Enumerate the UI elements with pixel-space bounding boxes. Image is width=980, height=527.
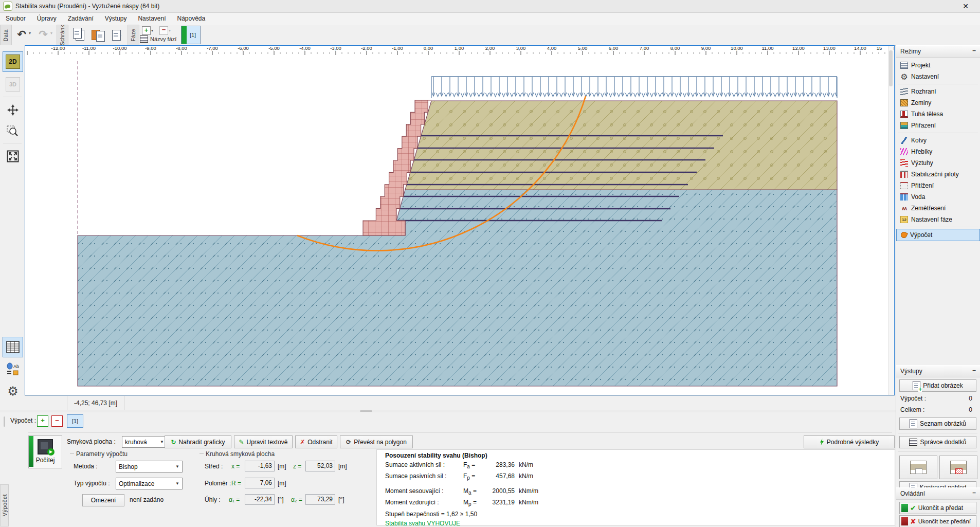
close-icon[interactable]: ✕ [958, 1, 973, 11]
z-value-field[interactable]: 52,03 [305, 461, 335, 471]
calculation-1-tab[interactable]: [1] [67, 414, 83, 428]
add-picture-button[interactable]: + Přidat obrázek [899, 379, 976, 392]
sidebar-item-hrebiky[interactable]: Hřebíky [896, 146, 980, 157]
detailed-results-button[interactable]: Podrobné výsledky [804, 435, 895, 448]
pan-button[interactable] [3, 100, 23, 120]
menu-item-1[interactable]: Soubor [0, 13, 31, 25]
frame-grip[interactable] [4, 416, 5, 427]
fit-view-button[interactable] [3, 146, 23, 167]
remove-calculation-button[interactable]: − [51, 415, 63, 427]
drawing-canvas[interactable]: -12,00-11,00-10,00-9,00-8,00-7,00-6,00-5… [25, 45, 895, 395]
sidebar-item-prirazeni[interactable]: Přiřazení [896, 120, 980, 131]
soil-layer-lower[interactable] [78, 190, 837, 386]
convert-to-polygon-button[interactable]: ⟳ Převést na polygon [340, 435, 413, 448]
menu-item-4[interactable]: Výstupy [99, 13, 133, 25]
undo-button[interactable]: ↶ [14, 27, 29, 42]
restrictions-button[interactable]: Omezení [82, 494, 124, 506]
calculate-button[interactable]: ▶ Počítej [28, 435, 62, 468]
remove-phase-button[interactable]: − [159, 26, 168, 35]
data-tab[interactable]: Data [0, 25, 12, 46]
z-symbol: z = [293, 463, 301, 470]
radius-value-field[interactable]: 7,06 [245, 478, 275, 488]
finish-without-submit-button[interactable]: ✘ Ukončit bez předání [899, 515, 976, 527]
sidebar-item-label: Kotvy [911, 137, 927, 144]
add-calculation-button[interactable]: + [37, 415, 48, 427]
sidebar-item-zemetreseni[interactable]: ʌʌZemětřesení [896, 203, 980, 214]
sidebar-item-kotvy[interactable]: Kotvy [896, 135, 980, 146]
phase-1-button[interactable]: [1] [181, 26, 201, 44]
annex-manager-button[interactable]: Správce dodatků [899, 436, 976, 448]
svg-text:-2,00: -2,00 [361, 46, 372, 51]
svg-text:-7,00: -7,00 [207, 46, 218, 51]
calculate-button-bar [29, 436, 33, 467]
sidebar-item-pritizeni[interactable]: Přitížení [896, 180, 980, 191]
zeminy-icon [900, 99, 908, 106]
view-3d-button[interactable]: 3D [3, 74, 23, 95]
redo-button[interactable]: ↷ [36, 27, 50, 42]
phase-tab-label[interactable]: Fáze [128, 25, 139, 46]
minimize-icon[interactable]: – [972, 489, 976, 496]
menu-item-5[interactable]: Nastavení [132, 13, 171, 25]
remove-phase-dropdown-icon[interactable]: ▾ [169, 28, 171, 33]
picture-list-button[interactable]: Seznam obrázků [899, 417, 976, 430]
sidebar-item-nastaveni[interactable]: ⚙Nastavení [896, 71, 980, 82]
copy-button[interactable] [72, 28, 87, 42]
vypocet-vertical-tab[interactable]: Výpočet [0, 484, 9, 526]
add-phase-button[interactable]: + [142, 26, 151, 35]
sidebar-item-tuha[interactable]: Tuhá tělesa [896, 108, 980, 120]
sidebar-item-vypocet[interactable]: Výpočet [896, 229, 980, 241]
slip-surface-select[interactable]: kruhová▼ [122, 436, 167, 448]
regimes-list: Projekt⚙NastaveníRozhraníZeminyTuhá těle… [896, 58, 980, 241]
alpha2-value-field[interactable]: 73,29 [305, 494, 335, 505]
svg-text:-8,00: -8,00 [176, 46, 187, 51]
menu-item-3[interactable]: Zadávání [62, 13, 99, 25]
method-select[interactable]: Bishop▼ [116, 461, 183, 473]
replace-graphically-button[interactable]: ↻ Nahradit graficky [165, 435, 231, 448]
sidebar-item-piloty[interactable]: Stabilizační piloty [896, 169, 980, 180]
paste-button[interactable] [90, 28, 106, 42]
finish-and-submit-button[interactable]: ✔ Ukončit a předat [899, 502, 976, 514]
zemetreseni-icon: ʌʌ [900, 205, 908, 212]
phase-names-button[interactable]: Názvy fází [140, 35, 176, 43]
sidebar-item-label: Tuhá tělesa [911, 111, 943, 118]
sidebar-item-voda[interactable]: Voda [896, 191, 980, 203]
remove-button[interactable]: ✗ Odstranit [295, 435, 337, 448]
clipboard-tab[interactable]: Schránk [57, 25, 68, 46]
minimize-icon[interactable]: – [972, 47, 976, 54]
redo-dropdown-icon[interactable]: ▾ [50, 31, 52, 35]
sidebar-item-nastaveni-faze[interactable]: 12Nastavení fáze [896, 214, 980, 225]
vertical-scrollbar[interactable] [888, 46, 894, 395]
view-2d-button[interactable]: 2D [3, 51, 23, 72]
sidebar-item-vyztuhy[interactable]: Výztuhy [896, 157, 980, 169]
menu-item-6[interactable]: Nápověda [171, 13, 211, 25]
tables-button[interactable] [3, 337, 23, 357]
undo-dropdown-icon[interactable]: ▾ [29, 31, 31, 35]
splitter-grip[interactable] [360, 410, 372, 412]
sidebar-item-zeminy[interactable]: Zeminy [896, 97, 980, 108]
x-value-field[interactable]: -1,63 [245, 461, 275, 471]
add-phase-dropdown-icon[interactable]: ▾ [151, 28, 153, 33]
edit-textually-button[interactable]: ✎ Upravit textově [234, 435, 293, 448]
minimize-icon[interactable]: – [972, 367, 976, 374]
drawing-settings-button[interactable]: Ab [3, 359, 23, 379]
x-icon: ✘ [910, 517, 916, 525]
cursor-coordinates: -4,25; 46,73 [m] [67, 396, 124, 410]
sidebar-item-projekt[interactable]: Projekt [896, 60, 980, 71]
menu-item-2[interactable]: Úpravy [31, 13, 62, 25]
soil-layer-embankment[interactable] [405, 101, 837, 190]
calc-type-select[interactable]: Optimalizace▼ [116, 478, 183, 489]
surcharge-load[interactable] [431, 77, 837, 100]
settings-gear-button[interactable]: ⚙ [3, 381, 23, 402]
svg-text:-1,00: -1,00 [392, 46, 403, 51]
zoom-button[interactable] [3, 121, 23, 142]
scrollbar-thumb[interactable] [889, 50, 893, 86]
print-preview-button[interactable]: ▶ [109, 28, 124, 42]
verdict-line: Stabilita svahu VYHOVUJE [385, 519, 895, 527]
print-document-button[interactable] [939, 456, 977, 479]
restrictions-state: není zadáno [130, 496, 164, 503]
sidebar-item-rozhrani[interactable]: Rozhraní [896, 86, 980, 97]
print-preview-icon [112, 30, 121, 41]
print-picture-button[interactable] [899, 456, 937, 479]
alpha1-value-field[interactable]: -22,34 [245, 494, 275, 505]
chevron-down-icon: ▼ [175, 464, 179, 469]
